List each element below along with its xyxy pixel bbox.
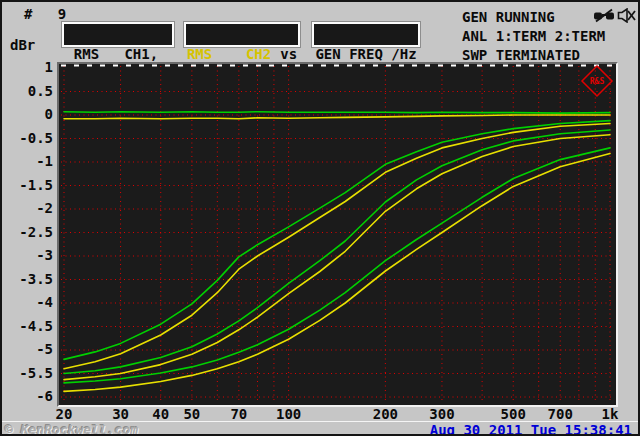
x-axis-tick-label: 500	[489, 406, 537, 422]
x-axis-tick-label: 50	[168, 406, 216, 422]
svg-text:R&S: R&S	[590, 77, 605, 86]
analyzer-screen: # 9 dBr RMS CH1, RMS CH2vs GEN FREQ /Hz …	[0, 0, 640, 436]
curve-number: # 9	[24, 7, 66, 22]
frequency-response-plot: R&S	[57, 62, 618, 407]
y-axis-tick-label: -0.5	[5, 130, 53, 146]
readout-display-ch2	[184, 22, 300, 47]
x-axis-tick-label: 1k	[586, 406, 634, 422]
status-block: GEN RUNNING ANL 1:TERM 2:TERM SWP TERMIN…	[462, 8, 605, 65]
readout-display-genfreq	[312, 22, 420, 47]
readout-label-ch2-yellow: RMS CH2	[187, 46, 271, 62]
x-axis-tick-label: 700	[536, 406, 584, 422]
y-axis-tick-label: -5	[5, 341, 53, 357]
watermark: © KenRockwell.com	[5, 422, 138, 436]
readout-label-ch1: RMS CH1,	[60, 46, 172, 62]
y-axis-tick-label: 0	[5, 106, 53, 122]
plot-canvas: R&S	[59, 64, 616, 405]
y-axis-tick-label: -1.5	[5, 177, 53, 193]
y-axis-unit-label: dBr	[10, 38, 35, 53]
x-axis-tick-label: 100	[265, 406, 313, 422]
y-axis-tick-label: -5.5	[5, 365, 53, 381]
y-axis-tick-label: -4.5	[5, 318, 53, 334]
y-axis-tick-label: -2	[5, 200, 53, 216]
x-axis-tick-label: 300	[418, 406, 466, 422]
readout-label-ch2-vs: vs	[280, 46, 297, 62]
y-axis-tick-label: -1	[5, 153, 53, 169]
readout-label-genfreq: GEN FREQ /Hz	[308, 46, 424, 62]
status-line-anl: ANL 1:TERM 2:TERM	[462, 27, 605, 46]
readout-display-ch1	[62, 22, 174, 47]
speaker-muted-icon	[617, 8, 636, 27]
y-axis-tick-label: -6	[5, 388, 53, 404]
datetime-stamp: Aug 30 2011 Tue 15:38:41	[430, 422, 632, 436]
readout-label-ch2: RMS CH2vs	[180, 46, 304, 62]
y-axis-tick-label: -3	[5, 247, 53, 263]
x-axis-tick-label: 20	[40, 406, 88, 422]
status-line-gen: GEN RUNNING	[462, 8, 605, 27]
binoculars-crossed-icon	[593, 8, 615, 27]
y-axis-tick-label: -4	[5, 294, 53, 310]
x-axis-tick-label: 70	[215, 406, 263, 422]
y-axis-tick-label: -3.5	[5, 271, 53, 287]
x-axis-tick-label: 200	[361, 406, 409, 422]
y-axis-tick-label: 0.5	[5, 83, 53, 99]
y-axis-tick-label: -2.5	[5, 224, 53, 240]
y-axis-tick-label: 1	[5, 59, 53, 75]
